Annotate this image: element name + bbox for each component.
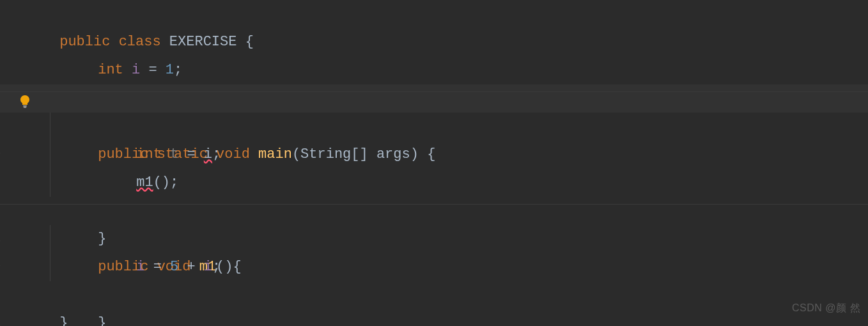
code-line-blank[interactable] [0,56,868,84]
gutter [0,0,40,326]
method-separator [0,91,868,92]
intention-bulb-icon[interactable] [18,91,32,105]
code-editor[interactable]: public class EXERCISE { int i = 1; publi… [0,0,868,326]
code-line[interactable]: i = 5 + i; [0,225,868,253]
code-line[interactable]: } [0,253,868,281]
brace-close: } [59,315,68,326]
code-line[interactable]: int t = i; [0,113,868,141]
code-line-active[interactable]: public static void main(String[] args) { [0,84,868,113]
code-line[interactable]: public class EXERCISE { [0,0,868,28]
svg-rect-0 [23,105,27,107]
code-area[interactable]: public class EXERCISE { int i = 1; publi… [0,0,868,326]
watermark: CSDN @颜 然 [792,294,860,322]
code-line[interactable]: } [0,169,868,197]
brace-close: } [98,315,106,326]
code-line[interactable]: } [0,281,868,309]
code-line[interactable]: public void m1(){ [0,197,868,225]
method-separator [0,204,868,205]
code-line[interactable]: int i = 1; [0,28,868,56]
svg-rect-1 [24,107,27,107]
code-line[interactable]: m1(); [0,141,868,169]
